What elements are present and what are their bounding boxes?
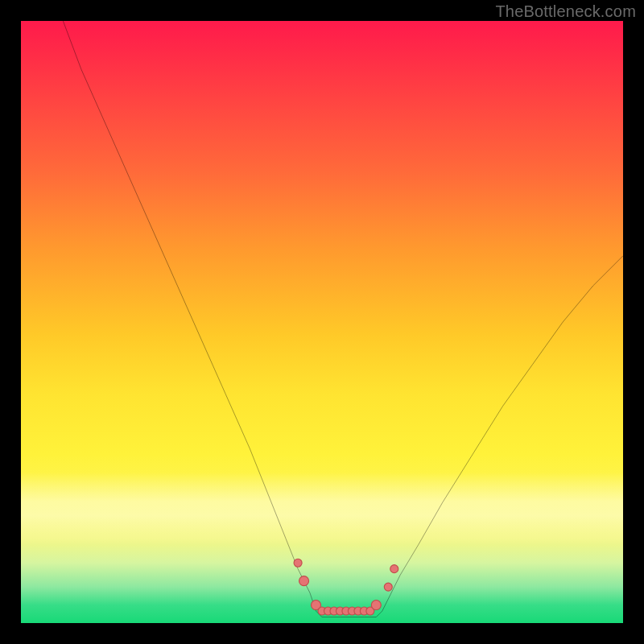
curve-layer (21, 21, 623, 623)
marker-dot (299, 576, 309, 586)
left-branch-line (63, 21, 316, 611)
curve-group (63, 21, 623, 617)
marker-dot (390, 565, 398, 573)
chart-frame: TheBottleneck.com (0, 0, 644, 644)
marker-dot (294, 559, 302, 567)
attribution-label: TheBottleneck.com (495, 2, 636, 21)
marker-cluster (294, 559, 398, 615)
marker-dot (384, 583, 392, 591)
right-branch-line (382, 256, 623, 611)
marker-dot (371, 601, 381, 610)
plot-area (21, 21, 623, 623)
